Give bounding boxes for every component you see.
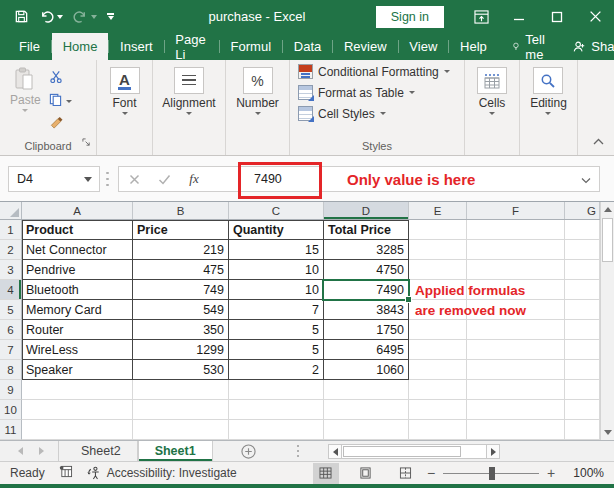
cell-A5[interactable]: Memory Card xyxy=(22,300,133,320)
cell-F9[interactable] xyxy=(467,380,565,400)
collapse-ribbon-icon[interactable] xyxy=(593,131,604,149)
expand-formula-bar-icon[interactable] xyxy=(581,170,599,188)
cell-B2[interactable]: 219 xyxy=(133,240,229,260)
scroll-down-icon[interactable] xyxy=(601,425,614,440)
cell-B9[interactable] xyxy=(133,380,229,400)
name-box-dropdown-icon[interactable] xyxy=(84,177,92,182)
close-button[interactable] xyxy=(576,0,614,33)
cell-B7[interactable]: 1299 xyxy=(133,340,229,360)
cell-G5[interactable] xyxy=(565,300,600,320)
cell-D5[interactable]: 3843 xyxy=(324,300,409,320)
cell-F2[interactable] xyxy=(467,240,565,260)
scroll-left-icon[interactable] xyxy=(328,444,342,459)
tab-formul[interactable]: Formul xyxy=(220,33,282,60)
cell-C11[interactable] xyxy=(229,420,324,440)
styles-item-2[interactable]: Cell Styles xyxy=(298,104,450,123)
clipboard-dialog-launcher-icon[interactable] xyxy=(82,133,91,151)
cell-E11[interactable] xyxy=(409,420,467,440)
tab-review[interactable]: Review xyxy=(333,33,398,60)
cell-E2[interactable] xyxy=(409,240,467,260)
cell-B8[interactable]: 530 xyxy=(133,360,229,380)
cell-F7[interactable] xyxy=(467,340,565,360)
col-header-F[interactable]: F xyxy=(467,202,565,219)
row-header-4[interactable]: 4 xyxy=(0,280,22,300)
cell-F11[interactable] xyxy=(467,420,565,440)
cell-G8[interactable] xyxy=(565,360,600,380)
horizontal-scrollbar-thumb[interactable] xyxy=(343,446,461,457)
tab-help[interactable]: Help xyxy=(449,33,498,60)
cell-B6[interactable]: 350 xyxy=(133,320,229,340)
cell-E1[interactable] xyxy=(409,220,467,240)
styles-item-0[interactable]: Conditional Formatting xyxy=(298,62,450,81)
cell-A7[interactable]: WireLess xyxy=(22,340,133,360)
normal-view-button[interactable] xyxy=(313,463,339,484)
tab-bar-splitter-icon[interactable] xyxy=(296,441,300,461)
vertical-scrollbar-thumb[interactable] xyxy=(602,218,613,262)
cell-A2[interactable]: Net Connector xyxy=(22,240,133,260)
cell-D10[interactable] xyxy=(324,400,409,420)
share-button[interactable]: Share xyxy=(564,39,614,54)
cell-C9[interactable] xyxy=(229,380,324,400)
row-header-6[interactable]: 6 xyxy=(0,320,22,340)
cell-A3[interactable]: Pendrive xyxy=(22,260,133,280)
cell-E3[interactable] xyxy=(409,260,467,280)
macro-record-icon[interactable] xyxy=(59,465,73,481)
cell-E9[interactable] xyxy=(409,380,467,400)
copy-chevron-icon[interactable] xyxy=(66,100,72,103)
new-sheet-button[interactable] xyxy=(241,441,256,461)
cell-D11[interactable] xyxy=(324,420,409,440)
cell-B3[interactable]: 475 xyxy=(133,260,229,280)
undo-button[interactable] xyxy=(39,9,63,24)
format-painter-icon[interactable] xyxy=(49,115,72,133)
cell-B10[interactable] xyxy=(133,400,229,420)
cell-E6[interactable] xyxy=(409,320,467,340)
cell-D3[interactable]: 4750 xyxy=(324,260,409,280)
undo-dropdown-icon[interactable] xyxy=(57,15,63,19)
zoom-in-button[interactable]: + xyxy=(539,465,563,481)
cell-A4[interactable]: Bluetooth xyxy=(22,280,133,300)
number-button[interactable]: % Number xyxy=(236,67,279,115)
cell-C6[interactable]: 5 xyxy=(229,320,324,340)
name-box[interactable]: D4 xyxy=(8,166,100,192)
cell-A9[interactable] xyxy=(22,380,133,400)
col-header-C[interactable]: C xyxy=(229,202,324,219)
row-header-2[interactable]: 2 xyxy=(0,240,22,260)
cell-G2[interactable] xyxy=(565,240,600,260)
cell-D6[interactable]: 1750 xyxy=(324,320,409,340)
cell-B4[interactable]: 749 xyxy=(133,280,229,300)
row-header-5[interactable]: 5 xyxy=(0,300,22,320)
cell-B5[interactable]: 549 xyxy=(133,300,229,320)
save-icon[interactable] xyxy=(14,9,29,24)
scroll-right-icon[interactable] xyxy=(486,444,500,459)
page-break-view-button[interactable] xyxy=(393,463,419,484)
row-header-3[interactable]: 3 xyxy=(0,260,22,280)
row-header-10[interactable]: 10 xyxy=(0,400,22,420)
formula-input[interactable]: fx 7490 Only value is here xyxy=(118,166,600,192)
cell-E10[interactable] xyxy=(409,400,467,420)
select-all-corner[interactable] xyxy=(0,202,22,219)
tell-me-button[interactable]: Tell me xyxy=(504,32,558,62)
customize-toolbar-icon[interactable] xyxy=(107,13,114,20)
cell-G3[interactable] xyxy=(565,260,600,280)
vertical-scrollbar[interactable] xyxy=(600,202,614,440)
editing-button[interactable]: Editing xyxy=(530,67,567,115)
cell-G7[interactable] xyxy=(565,340,600,360)
horizontal-scrollbar[interactable] xyxy=(328,444,500,459)
cell-D1[interactable]: Total Price xyxy=(324,220,409,240)
cell-F3[interactable] xyxy=(467,260,565,280)
col-header-E[interactable]: E xyxy=(409,202,467,219)
cell-D9[interactable] xyxy=(324,380,409,400)
cell-F10[interactable] xyxy=(467,400,565,420)
row-header-7[interactable]: 7 xyxy=(0,340,22,360)
cell-A8[interactable]: Speaker xyxy=(22,360,133,380)
alignment-button[interactable]: Alignment xyxy=(162,67,215,115)
cell-F8[interactable] xyxy=(467,360,565,380)
tab-insert[interactable]: Insert xyxy=(109,33,164,60)
previous-sheet-icon[interactable] xyxy=(18,447,23,455)
row-header-9[interactable]: 9 xyxy=(0,380,22,400)
col-header-B[interactable]: B xyxy=(133,202,229,219)
styles-item-1[interactable]: Format as Table xyxy=(298,83,450,102)
cell-G6[interactable] xyxy=(565,320,600,340)
zoom-slider-handle[interactable] xyxy=(489,467,495,480)
row-header-11[interactable]: 11 xyxy=(0,420,22,440)
